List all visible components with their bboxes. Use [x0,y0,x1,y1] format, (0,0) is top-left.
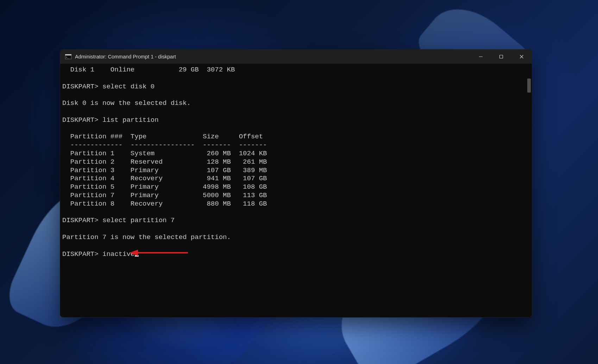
output-line: ------------- ---------------- ------- -… [62,141,267,149]
partition-row: Partition 4 Recovery 941 MB 107 GB [62,175,267,182]
output-line: Partition ### Type Size Offset [62,133,263,140]
output-line: DISKPART> select disk 0 [62,83,155,90]
prompt-line: DISKPART> inactive [62,250,139,258]
output-line: Disk 0 is now the selected disk. [62,99,191,107]
window-title: Administrator: Command Prompt 1 - diskpa… [75,54,176,59]
partition-row: Partition 8 Recovery 880 MB 118 GB [62,200,267,208]
partition-row: Partition 7 Primary 5000 MB 113 GB [62,192,267,199]
svg-rect-4 [500,55,503,58]
output-line: Disk 1 Online 29 GB 3072 KB [62,66,235,74]
output-line: DISKPART> list partition [62,116,159,124]
output-line: Partition 7 is now the selected partitio… [62,233,231,241]
titlebar[interactable]: >_ Administrator: Command Prompt 1 - dis… [60,50,532,64]
svg-text:>_: >_ [66,56,69,59]
partition-row: Partition 2 Reserved 128 MB 261 MB [62,158,267,166]
maximize-button[interactable] [491,50,511,64]
terminal-body[interactable]: Disk 1 Online 29 GB 3072 KB DISKPART> se… [60,64,532,318]
cmd-icon: >_ [65,54,71,59]
desktop-wallpaper: >_ Administrator: Command Prompt 1 - dis… [0,0,598,364]
minimize-button[interactable] [471,50,491,64]
output-line: DISKPART> select partition 7 [62,216,175,224]
text-cursor [135,255,139,257]
partition-row: Partition 1 System 260 MB 1024 KB [62,150,267,157]
scrollbar-thumb[interactable] [527,79,531,93]
svg-rect-1 [65,54,71,56]
partition-row: Partition 3 Primary 107 GB 389 MB [62,167,267,174]
command-prompt-window: >_ Administrator: Command Prompt 1 - dis… [60,49,532,318]
partition-row: Partition 5 Primary 4998 MB 108 GB [62,183,267,191]
terminal-output: Disk 1 Online 29 GB 3072 KB DISKPART> se… [60,66,532,258]
close-button[interactable] [511,50,532,64]
